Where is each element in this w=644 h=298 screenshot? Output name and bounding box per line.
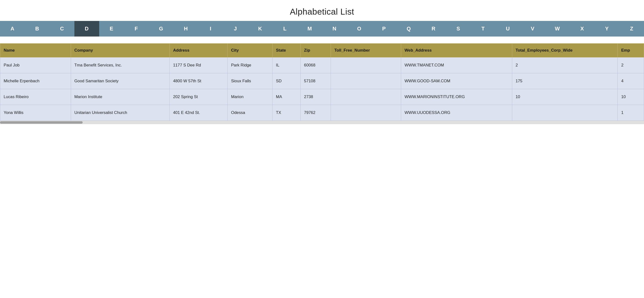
cell-toll_free xyxy=(331,105,401,121)
table-wrapper: NameCompanyAddressCityStateZipToll_Free_… xyxy=(0,37,644,121)
cell-address: 202 Spring St xyxy=(170,89,228,105)
cell-toll_free xyxy=(331,89,401,105)
cell-name: Lucas Ribeiro xyxy=(0,89,71,105)
scrollbar-thumb[interactable] xyxy=(0,121,83,124)
col-header-toll_free: Toll_Free_Number xyxy=(331,44,401,57)
nav-letter-h[interactable]: H xyxy=(173,21,198,37)
nav-letter-r[interactable]: R xyxy=(421,21,446,37)
nav-letter-v[interactable]: V xyxy=(520,21,545,37)
cell-zip: 79762 xyxy=(300,105,331,121)
col-header-address: Address xyxy=(170,44,228,57)
table-row: Yona WillisUnitarian Universalist Church… xyxy=(0,105,644,121)
cell-web_address: WWW.TMANET.COM xyxy=(401,57,512,73)
col-header-zip: Zip xyxy=(300,44,331,57)
cell-name: Yona Willis xyxy=(0,105,71,121)
cell-company: Unitarian Universalist Church xyxy=(71,105,170,121)
cell-emp: 4 xyxy=(618,73,644,89)
cell-city: Marion xyxy=(228,89,272,105)
col-header-name: Name xyxy=(0,44,71,57)
nav-letter-e[interactable]: E xyxy=(99,21,124,37)
table-row: Lucas RibeiroMarion Institute202 Spring … xyxy=(0,89,644,105)
nav-letter-s[interactable]: S xyxy=(446,21,471,37)
nav-letter-t[interactable]: T xyxy=(471,21,496,37)
nav-letter-b[interactable]: B xyxy=(25,21,50,37)
cell-company: Good Samaritan Society xyxy=(71,73,170,89)
scrollbar-area[interactable] xyxy=(0,121,644,124)
nav-letter-n[interactable]: N xyxy=(322,21,347,37)
cell-state: IL xyxy=(272,57,300,73)
cell-name: Paul Job xyxy=(0,57,71,73)
cell-city: Sioux Falls xyxy=(228,73,272,89)
nav-letter-l[interactable]: L xyxy=(272,21,297,37)
cell-company: Marion Institute xyxy=(71,89,170,105)
nav-letter-z[interactable]: Z xyxy=(619,21,644,37)
cell-address: 1177 S Dee Rd xyxy=(170,57,228,73)
nav-letter-c[interactable]: C xyxy=(50,21,74,37)
cell-zip: 57108 xyxy=(300,73,331,89)
nav-letter-g[interactable]: G xyxy=(148,21,173,37)
alphabet-nav: ABCDEFGHIJKLMNOPQRSTUVWXYZ xyxy=(0,21,644,37)
nav-letter-u[interactable]: U xyxy=(496,21,520,37)
nav-letter-o[interactable]: O xyxy=(347,21,372,37)
nav-letter-m[interactable]: M xyxy=(297,21,322,37)
cell-total_employees_corp_wide: 10 xyxy=(512,89,618,105)
nav-letter-d[interactable]: D xyxy=(74,21,99,37)
col-header-total_employees_corp_wide: Total_Employees_Corp_Wide xyxy=(512,44,618,57)
nav-letter-y[interactable]: Y xyxy=(594,21,619,37)
cell-name: Michelle Erpenbach xyxy=(0,73,71,89)
cell-emp: 2 xyxy=(618,57,644,73)
cell-state: SD xyxy=(272,73,300,89)
nav-letter-f[interactable]: F xyxy=(124,21,148,37)
col-header-city: City xyxy=(228,44,272,57)
col-header-emp: Emp xyxy=(618,44,644,57)
nav-letter-j[interactable]: J xyxy=(223,21,248,37)
cell-toll_free xyxy=(331,57,401,73)
cell-emp: 10 xyxy=(618,89,644,105)
page-title: Alphabetical List xyxy=(0,0,644,21)
alphabetical-table: NameCompanyAddressCityStateZipToll_Free_… xyxy=(0,43,644,121)
nav-letter-k[interactable]: K xyxy=(248,21,272,37)
cell-state: TX xyxy=(272,105,300,121)
table-row: Michelle ErpenbachGood Samaritan Society… xyxy=(0,73,644,89)
table-row: Paul JobTma Benefit Services, Inc.1177 S… xyxy=(0,57,644,73)
nav-letter-q[interactable]: Q xyxy=(396,21,421,37)
nav-letter-x[interactable]: X xyxy=(570,21,594,37)
nav-letter-p[interactable]: P xyxy=(372,21,396,37)
nav-letter-w[interactable]: W xyxy=(545,21,570,37)
cell-company: Tma Benefit Services, Inc. xyxy=(71,57,170,73)
nav-letter-a[interactable]: A xyxy=(0,21,25,37)
cell-web_address: WWW.MARIONINSTITUTE.ORG xyxy=(401,89,512,105)
cell-toll_free xyxy=(331,73,401,89)
cell-zip: 2738 xyxy=(300,89,331,105)
cell-web_address: WWW.UUODESSA.ORG xyxy=(401,105,512,121)
nav-letter-i[interactable]: I xyxy=(198,21,223,37)
cell-address: 4800 W 57th St xyxy=(170,73,228,89)
col-header-company: Company xyxy=(71,44,170,57)
cell-total_employees_corp_wide xyxy=(512,105,618,121)
cell-city: Odessa xyxy=(228,105,272,121)
cell-address: 401 E 42nd St. xyxy=(170,105,228,121)
cell-total_employees_corp_wide: 2 xyxy=(512,57,618,73)
cell-web_address: WWW.GOOD-SAM.COM xyxy=(401,73,512,89)
cell-total_employees_corp_wide: 175 xyxy=(512,73,618,89)
cell-zip: 60068 xyxy=(300,57,331,73)
col-header-web_address: Web_Address xyxy=(401,44,512,57)
cell-emp: 1 xyxy=(618,105,644,121)
col-header-state: State xyxy=(272,44,300,57)
cell-state: MA xyxy=(272,89,300,105)
cell-city: Park Ridge xyxy=(228,57,272,73)
